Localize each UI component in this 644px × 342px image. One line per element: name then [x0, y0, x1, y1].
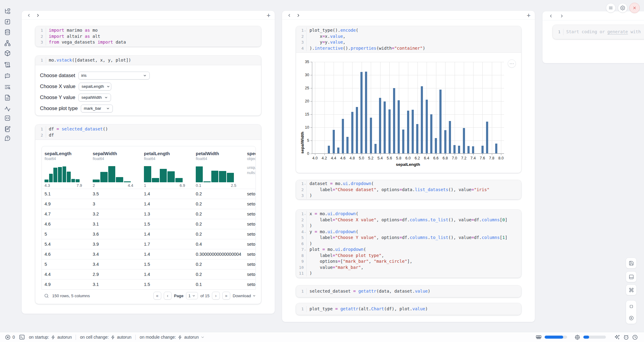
cell-empty[interactable]: 1 Start coding or generate with — [553, 25, 644, 39]
scratchpad-icon[interactable] — [4, 126, 11, 132]
run-icon[interactable] — [629, 315, 634, 321]
cpu-usage-meter — [583, 336, 606, 339]
table-row[interactable]: 4.42.91.40.2setos — [42, 269, 256, 279]
snippets-icon[interactable] — [4, 94, 11, 101]
help-icon[interactable] — [4, 135, 11, 141]
download-button[interactable]: Download — [233, 294, 256, 298]
dropdown-select[interactable]: sepalLength — [79, 83, 111, 91]
database-icon[interactable] — [4, 29, 11, 35]
logs-icon[interactable] — [4, 62, 11, 68]
add-cell-button[interactable]: + — [267, 11, 270, 20]
column-header[interactable]: sepalLengthfloat644.37.9 — [42, 151, 90, 189]
autorun-setting[interactable]: on cell change:autorun — [80, 335, 131, 340]
editor-placeholder[interactable]: Start coding or generate with — [563, 29, 644, 35]
x-tick-label: 5.4 — [377, 156, 383, 160]
functions-icon[interactable] — [4, 19, 11, 25]
chevron-left-icon[interactable] — [549, 14, 553, 19]
chevron-right-icon[interactable] — [560, 14, 564, 19]
packages-icon[interactable] — [4, 50, 11, 56]
x-tick-label: 5.6 — [387, 156, 392, 160]
table-row[interactable]: 5.43.91.70.4setos — [42, 239, 256, 249]
middle-notebook-panel: + 1⌄plot_type().encode(2 x=x.value,3 y=y… — [282, 10, 535, 322]
code-line: 6) — [296, 241, 521, 247]
table-row[interactable]: 5.13.51.40.2setos — [42, 189, 256, 199]
table-cell: setos — [244, 191, 256, 196]
save-button[interactable] — [626, 258, 637, 269]
last-page-button[interactable]: » — [222, 292, 230, 300]
settings-gear-button[interactable] — [618, 3, 628, 13]
search-icon[interactable] — [44, 293, 49, 298]
file-tree-icon[interactable] — [4, 8, 11, 15]
table-row[interactable]: 4.931.40.2setos — [42, 199, 256, 209]
first-page-button[interactable]: « — [153, 292, 161, 300]
ai-sparkles-icon[interactable] — [614, 334, 620, 340]
table-cell: 3.4 — [90, 262, 141, 267]
cell-plot[interactable]: 1⌄plot_type().encode(2 x=x.value,3 y=y.v… — [296, 26, 521, 173]
chevron-right-icon[interactable] — [296, 13, 301, 18]
cell-plot-type[interactable]: 1plot_type = getattr(alt.Chart(df), plot… — [296, 303, 521, 315]
cell-dataframe[interactable]: 1df = selected_dataset()2df sepalLengthf… — [35, 125, 261, 304]
clock-icon[interactable] — [632, 334, 638, 340]
table-cell: 0.2 — [193, 191, 244, 196]
cell-selected-dataset[interactable]: 1selected_dataset = getattr(data, datase… — [296, 286, 521, 297]
code-editor[interactable]: 1selected_dataset = getattr(data, datase… — [296, 286, 521, 297]
app-view-button[interactable] — [626, 271, 637, 282]
cell-vstack[interactable]: 1mo.vstack([dataset, x, y, plot]) Choose… — [35, 56, 261, 116]
table-row[interactable]: 4.63.41.40.30000000000000004setos — [42, 249, 256, 259]
dropdown-select[interactable]: sepalWidth — [78, 94, 111, 102]
dependencies-icon[interactable] — [4, 40, 11, 46]
keyboard-shortcuts-button[interactable] — [626, 284, 637, 295]
add-cell-button[interactable]: + — [527, 11, 531, 20]
code-icon[interactable] — [4, 115, 11, 121]
x-tick-label: 6.4 — [424, 156, 429, 160]
cell-xy-dropdowns[interactable]: 1⌄x = mo.ui.dropdown(2 label="Choose X v… — [296, 210, 521, 278]
code-editor[interactable]: 1⌄plot_type().encode(2 x=x.value,3 y=y.v… — [296, 26, 521, 52]
code-line: 2 label="Choose X value", options=df.col… — [296, 217, 521, 223]
chevron-left-icon[interactable] — [287, 13, 292, 18]
code-editor[interactable]: 1df = selected_dataset()2df — [35, 125, 261, 140]
code-editor[interactable]: 1⌄x = mo.ui.dropdown(2 label="Choose X v… — [296, 210, 521, 278]
column-header[interactable]: sepalWidthfloat6424.4 — [90, 151, 141, 189]
menu-button[interactable] — [606, 3, 616, 13]
table-row[interactable]: 53.61.40.2setos — [42, 229, 256, 239]
column-header[interactable]: petalLengthfloat6416.9 — [141, 151, 193, 189]
cell-dataset-dropdown[interactable]: 1⌄dataset = mo.ui.dropdown(2 label="Choo… — [296, 180, 521, 199]
control-row: Choose X valuesepalLength — [35, 81, 261, 92]
table-cell: setos — [244, 212, 256, 216]
terminal-button[interactable] — [19, 334, 25, 340]
autorun-setting[interactable]: on startup:autorun — [29, 335, 72, 340]
column-header[interactable]: petalWidthfloat640.12.5 — [193, 151, 244, 189]
table-row[interactable]: 4.93.11.50.1setos — [42, 279, 256, 289]
cell-menu-button[interactable]: ⋯ — [508, 59, 516, 68]
table-row[interactable]: 53.41.50.2setos — [42, 259, 256, 269]
code-editor[interactable]: 1mo.vstack([dataset, x, y, plot]) — [35, 56, 261, 65]
table-row[interactable]: 4.63.11.50.2setos — [42, 219, 256, 229]
next-page-button[interactable]: › — [212, 292, 220, 300]
table-cell: 1.4 — [141, 252, 193, 257]
prev-page-button[interactable]: ‹ — [164, 292, 172, 300]
page-select[interactable]: 1 — [186, 292, 198, 299]
dropdown-select[interactable]: iris — [78, 72, 150, 80]
chat-icon[interactable] — [4, 73, 11, 79]
table-cell: 4.9 — [42, 282, 90, 287]
column-histogram — [144, 165, 183, 182]
stop-icon[interactable] — [629, 304, 634, 309]
tracing-icon[interactable] — [4, 106, 11, 112]
copilot-icon[interactable] — [623, 334, 629, 340]
documentation-icon[interactable] — [4, 84, 11, 90]
cell-imports[interactable]: 1import marimo as mo2import altair as al… — [35, 26, 261, 47]
plot-area[interactable] — [312, 62, 504, 154]
autorun-setting[interactable]: on module change:autorun — [140, 335, 205, 340]
code-editor[interactable]: 1import marimo as mo2import altair as al… — [35, 26, 261, 47]
close-button[interactable] — [629, 3, 640, 13]
table-row[interactable]: 4.73.21.30.2setos — [42, 209, 256, 219]
x-tick-label: 7.2 — [461, 156, 466, 160]
dropdown-select[interactable]: mark_bar — [81, 105, 113, 112]
code-editor[interactable]: 1plot_type = getattr(alt.Chart(df), plot… — [296, 303, 521, 315]
chevron-right-icon[interactable] — [36, 13, 41, 18]
chevron-left-icon[interactable] — [27, 13, 31, 18]
code-editor[interactable]: 1⌄dataset = mo.ui.dropdown(2 label="Choo… — [296, 180, 521, 199]
code-line: 7⌄plot = mo.ui.dropdown( — [296, 247, 521, 253]
column-header[interactable]: speciobjecuniqunulls: — [244, 151, 256, 189]
errors-indicator[interactable]: 0 — [5, 334, 15, 340]
